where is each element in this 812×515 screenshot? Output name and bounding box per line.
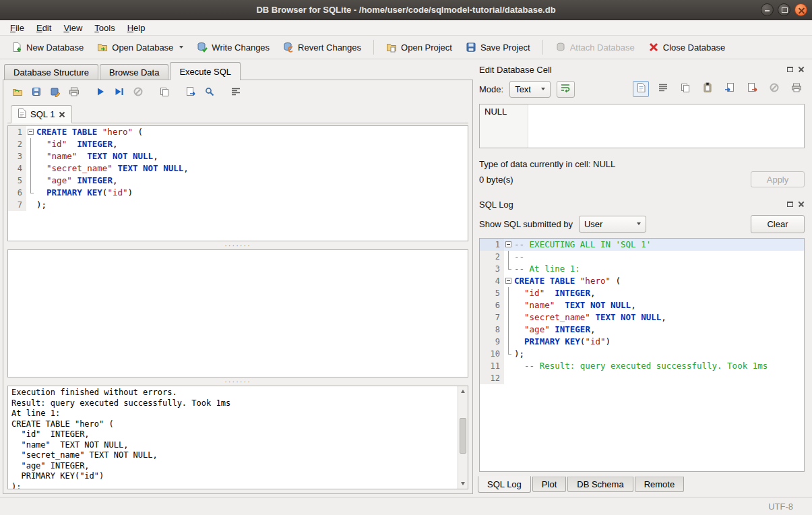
code-line[interactable]: 4CREATE TABLE "hero" ( (480, 275, 804, 287)
justify-text-button[interactable] (655, 81, 671, 97)
tab-remote[interactable]: Remote (635, 477, 685, 492)
fold-marker-icon[interactable] (504, 239, 514, 251)
line-number: 9 (480, 336, 504, 348)
open-sql-file-button[interactable] (9, 85, 26, 102)
mode-select[interactable]: Text (509, 81, 551, 98)
paste-cell-button[interactable] (699, 81, 716, 97)
menu-item-view[interactable]: View (57, 22, 88, 34)
execution-output[interactable]: Execution finished without errors.Result… (8, 386, 458, 489)
new-tab-button[interactable] (156, 85, 173, 102)
save-sql-file-button[interactable] (28, 85, 44, 102)
clear-log-button[interactable]: Clear (751, 215, 805, 233)
save-project-button[interactable]: Save Project (460, 38, 536, 56)
find-button[interactable] (201, 85, 218, 102)
scrollbar-thumb[interactable] (460, 418, 466, 454)
print-sql-button[interactable] (65, 85, 82, 102)
sql-tab-sql1[interactable]: SQL 1 (11, 105, 72, 123)
import-cell-data-button[interactable] (722, 81, 738, 97)
execute-current-line-button[interactable] (111, 85, 127, 102)
close-database-button[interactable]: Close Database (642, 38, 732, 56)
export-sql-button[interactable] (182, 85, 199, 102)
attach-database-button[interactable]: Attach Database (549, 38, 641, 56)
stop-execution-button[interactable] (129, 85, 146, 102)
scroll-up-icon[interactable] (458, 386, 468, 396)
close-database-label: Close Database (663, 42, 726, 53)
close-button[interactable] (794, 3, 807, 16)
fold-marker-icon[interactable] (504, 275, 514, 287)
write-changes-button[interactable]: Write Changes (191, 38, 276, 56)
sql-log-view[interactable]: 1-- EXECUTING ALL IN 'SQL 1'2--3-- At li… (479, 238, 805, 472)
titlebar[interactable]: DB Browser for SQLite - /home/user/code/… (0, 0, 812, 20)
menu-item-tools[interactable]: Tools (88, 22, 121, 34)
open-database-button[interactable]: Open Database (91, 38, 189, 56)
save-project-icon (466, 42, 476, 53)
copy-cell-button[interactable] (677, 81, 693, 97)
splitter-handle[interactable] (7, 377, 468, 386)
execute-sql-panel: SQL 1 1CREATE TABLE "hero" (2 "id" INTEG… (3, 80, 473, 494)
sql-editor[interactable]: 1CREATE TABLE "hero" (2 "id" INTEGER,3 "… (7, 125, 468, 241)
export-cell-data-button[interactable] (744, 81, 760, 97)
code-line[interactable]: 6 PRIMARY KEY("id") (8, 187, 468, 199)
tab-plot[interactable]: Plot (532, 477, 566, 492)
code-line[interactable]: 3-- At line 1: (480, 263, 804, 275)
set-null-button[interactable] (766, 81, 782, 97)
copy-icon (680, 82, 691, 96)
splitter-handle[interactable] (7, 241, 468, 249)
fold-marker-icon[interactable] (26, 126, 36, 138)
code-line[interactable]: 12 (480, 372, 804, 384)
menu-item-help[interactable]: Help (121, 22, 152, 34)
tab-database-structure[interactable]: Database Structure (4, 64, 98, 80)
code-line[interactable]: 1-- EXECUTING ALL IN 'SQL 1' (480, 239, 804, 251)
cell-value-editor[interactable]: NULL (479, 104, 805, 148)
log-filter-select[interactable]: User (579, 216, 646, 233)
revert-changes-button[interactable]: Revert Changes (277, 38, 367, 56)
print-cell-button[interactable] (788, 81, 805, 97)
float-dock-icon[interactable] (787, 202, 793, 207)
code-line[interactable]: 4 "secret_name" TEXT NOT NULL, (8, 162, 468, 175)
scrollbar-track[interactable] (458, 396, 468, 479)
attach-database-label: Attach Database (570, 42, 635, 53)
code-line[interactable]: 10); (480, 348, 804, 360)
tab-db-schema[interactable]: DB Schema (567, 477, 633, 492)
text-document-button[interactable] (633, 81, 649, 97)
code-line[interactable]: 5 "age" INTEGER, (8, 175, 468, 187)
close-tab-icon[interactable] (59, 111, 65, 118)
new-database-button[interactable]: New Database (5, 38, 90, 56)
code-line[interactable]: 3 "name" TEXT NOT NULL, (8, 150, 468, 162)
close-dock-icon[interactable] (798, 66, 805, 73)
results-grid[interactable] (7, 249, 468, 377)
open-project-button[interactable]: Open Project (380, 38, 458, 56)
code-line[interactable]: 7); (8, 199, 468, 211)
maximize-button[interactable] (778, 3, 790, 16)
float-dock-icon[interactable] (787, 67, 793, 72)
line-number: 7 (8, 199, 26, 211)
close-dock-icon[interactable] (798, 201, 805, 208)
format-sql-button[interactable] (227, 85, 244, 102)
tab-execute-sql[interactable]: Execute SQL (170, 62, 241, 80)
code-line[interactable]: 2-- (480, 251, 804, 263)
code-line[interactable]: 1CREATE TABLE "hero" ( (8, 126, 468, 138)
save-sql-file-as-button[interactable] (46, 85, 63, 102)
tab-browse-data[interactable]: Browse Data (100, 64, 168, 80)
code-line[interactable]: 8 "age" INTEGER, (480, 324, 804, 336)
tab-sql-log[interactable]: SQL Log (478, 476, 531, 493)
scroll-down-icon[interactable] (458, 479, 468, 489)
output-line: "secret_name" TEXT NOT NULL, (11, 450, 454, 461)
fold-gutter (504, 324, 514, 336)
find-icon (204, 86, 215, 100)
code-line[interactable]: 9 PRIMARY KEY("id") (480, 336, 804, 348)
code-line[interactable]: 5 "id" INTEGER, (480, 287, 804, 299)
cell-value-body (528, 104, 804, 148)
code-line[interactable]: 6 "name" TEXT NOT NULL, (480, 299, 804, 311)
menu-item-edit[interactable]: Edit (30, 22, 57, 34)
code-line[interactable]: 2 "id" INTEGER, (8, 138, 468, 150)
menu-item-file[interactable]: File (4, 22, 30, 34)
execute-all-button[interactable] (92, 85, 108, 102)
code-line[interactable]: 11 -- Result: query executed successfull… (480, 360, 804, 372)
word-wrap-button[interactable] (557, 81, 575, 98)
fold-gutter (26, 175, 36, 187)
minimize-button[interactable] (761, 3, 774, 16)
code-line[interactable]: 7 "secret_name" TEXT NOT NULL, (480, 311, 804, 324)
apply-button[interactable]: Apply (751, 171, 805, 187)
open-project-icon (386, 42, 397, 53)
